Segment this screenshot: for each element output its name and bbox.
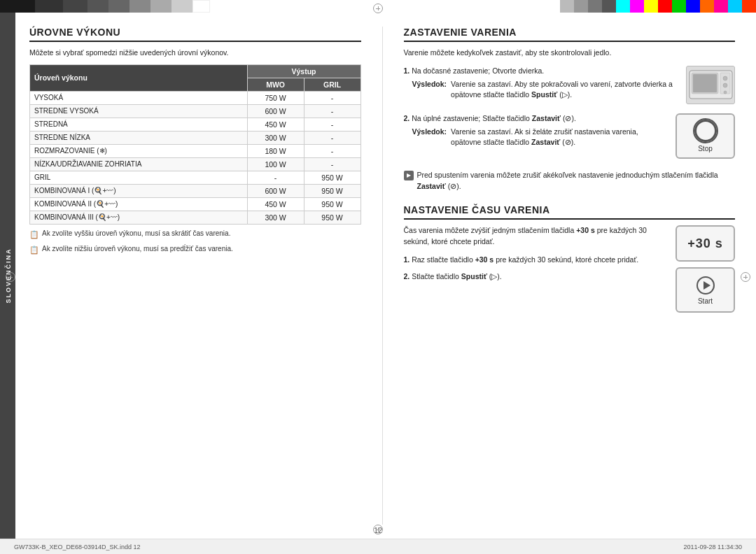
zastavenie-item2: Stop 2. Na úplné zastavenie; Stlačte tla…: [404, 113, 736, 164]
start-label: Start: [698, 297, 713, 305]
table-cell-level: STREDNÁ: [30, 118, 248, 131]
table-cell-level: STREDNE VYSOKÁ: [30, 104, 248, 118]
table-cell-mwo: 750 W: [247, 91, 304, 104]
result-label-2: Výsledok:: [412, 127, 447, 149]
column-divider: [382, 27, 383, 525]
bullet-note-text: Pred spustením varenia môžete zrušiť aké…: [417, 170, 736, 192]
table-cell-level: NÍZKA/UDRŽIAVANIE ZOHRIATIA: [30, 157, 248, 171]
table-cell-level: KOMBINOVANÁ I (🍳+〰): [30, 184, 248, 197]
result-text-1: Varenie sa zastaví. Aby ste pokračovali …: [451, 79, 679, 101]
table-cell-gril: 950 W: [304, 211, 360, 224]
nastavenie-content: +30 s Start Čas varenia môžete zvýšiť je…: [404, 225, 736, 313]
svg-rect-6: [693, 74, 717, 92]
table-row: NÍZKA/UDRŽIAVANIE ZOHRIATIA 100 W -: [30, 157, 361, 171]
table-cell-gril: 950 W: [304, 184, 360, 197]
footer-left: GW733K-B_XEO_DE68-03914D_SK.indd 12: [14, 544, 141, 551]
table-header-output: Výstup: [247, 64, 360, 78]
zastavenie-item1-content: 1. Na dočasné zastavenie; Otvorte dvierk…: [404, 66, 736, 101]
table-cell-gril: 950 W: [304, 197, 360, 211]
table-cell-gril: 950 W: [304, 171, 360, 184]
table-cell-gril: -: [304, 157, 360, 171]
table-header-gril: GRIL: [304, 78, 360, 91]
table-row: STREDNE NÍZKA 300 W -: [30, 131, 361, 144]
power-table-body: VYSOKÁ 750 W - STREDNE VYSOKÁ 600 W - ST…: [30, 91, 361, 224]
note-1: 📋 Ak zvolíte vyššiu úroveň výkonu, musí …: [29, 229, 361, 240]
table-cell-mwo: -: [247, 171, 304, 184]
reg-mark-left: [6, 272, 15, 282]
table-cell-mwo: 300 W: [247, 131, 304, 144]
table-cell-level: VYSOKÁ: [30, 91, 248, 104]
color-bar-top: [0, 0, 756, 13]
start-button-box: Start: [676, 267, 735, 313]
table-row: KOMBINOVANÁ II (🍳+〰) 450 W 950 W: [30, 197, 361, 211]
section-zastavenie-title: ZASTAVENIE VARENIA: [404, 27, 736, 42]
svg-point-3: [723, 76, 727, 80]
stop-circle-icon: [694, 120, 717, 142]
table-cell-level: STREDNE NÍZKA: [30, 131, 248, 144]
section-nastavenie-title: NASTAVENIE ČASU VARENIA: [404, 204, 736, 220]
zastavenie-item2-result: Výsledok: Varenie sa zastaví. Ak si želá…: [412, 127, 668, 149]
result-text-2: Varenie sa zastaví. Ak si želáte zrušiť …: [451, 127, 667, 149]
stop-label: Stop: [698, 145, 713, 152]
table-cell-level: ROZMRAZOVANIE (❄): [30, 144, 248, 157]
table-cell-mwo: 180 W: [247, 144, 304, 157]
bullet-icon: ▶: [404, 171, 414, 180]
table-cell-gril: -: [304, 131, 360, 144]
svg-point-5: [724, 91, 727, 94]
bullet-note-zastavenie: ▶ Pred spustením varenia môžete zrušiť a…: [404, 170, 736, 192]
right-buttons: +30 s Start: [676, 225, 735, 313]
section-zastavenie-intro: Varenie môžete kedykoľvek zastaviť, aby …: [404, 48, 736, 59]
table-cell-gril: -: [304, 91, 360, 104]
table-cell-mwo: 450 W: [247, 118, 304, 131]
table-cell-mwo: 450 W: [247, 197, 304, 211]
table-row: ROZMRAZOVANIE (❄) 180 W -: [30, 144, 361, 157]
table-cell-mwo: 600 W: [247, 184, 304, 197]
table-cell-level: GRIL: [30, 171, 248, 184]
note-2: 📋 Ak zvolíte nižšiu úroveň výkonu, musí …: [29, 244, 361, 255]
svg-marker-8: [704, 281, 710, 290]
start-icon: [695, 275, 716, 296]
footer-right: 2011-09-28 11:34:30: [683, 544, 742, 551]
left-section-title: ÚROVNE VÝKONU: [29, 27, 361, 42]
table-header-level: Úroveň výkonu: [30, 64, 248, 91]
table-row: KOMBINOVANÁ III (🍳+〰) 300 W 950 W: [30, 211, 361, 224]
table-cell-mwo: 100 W: [247, 157, 304, 171]
power-table: Úroveň výkonu Výstup MWO GRIL VYSOKÁ 750…: [29, 64, 361, 225]
section-zastavenie: ZASTAVENIE VARENIA Varenie môžete kedyko…: [404, 27, 736, 192]
result-label-1: Výsledok:: [412, 79, 447, 101]
footer: GW733K-B_XEO_DE68-03914D_SK.indd 12 2011…: [0, 539, 756, 554]
table-cell-gril: -: [304, 118, 360, 131]
reg-mark-right: [741, 272, 750, 282]
zastavenie-item1-text: 1. Na dočasné zastavenie; Otvorte dvierk…: [404, 66, 736, 77]
left-intro: Môžete si vybrať spomedzi nižšie uvedený…: [29, 48, 361, 59]
stop-outer-ring: [693, 118, 718, 143]
stop-button-box: Stop: [676, 113, 735, 159]
table-header-mwo: MWO: [247, 78, 304, 91]
note-icon-2: 📋: [29, 245, 39, 255]
table-cell-level: KOMBINOVANÁ III (🍳+〰): [30, 211, 248, 224]
left-column: ÚROVNE VÝKONU Môžete si vybrať spomedzi …: [29, 27, 361, 525]
note-icon-1: 📋: [29, 229, 39, 240]
table-cell-level: KOMBINOVANÁ II (🍳+〰): [30, 197, 248, 211]
right-column: ZASTAVENIE VARENIA Varenie môžete kedyko…: [404, 27, 736, 525]
table-row: STREDNÁ 450 W -: [30, 118, 361, 131]
main-content: ÚROVNE VÝKONU Môžete si vybrať spomedzi …: [15, 13, 756, 539]
table-cell-mwo: 600 W: [247, 104, 304, 118]
table-row: KOMBINOVANÁ I (🍳+〰) 600 W 950 W: [30, 184, 361, 197]
table-cell-mwo: 300 W: [247, 211, 304, 224]
reg-mark-bottom: [373, 525, 383, 534]
table-row: STREDNE VYSOKÁ 600 W -: [30, 104, 361, 118]
zastavenie-item1: 1. Na dočasné zastavenie; Otvorte dvierk…: [404, 66, 736, 108]
table-cell-gril: -: [304, 104, 360, 118]
svg-point-4: [723, 83, 727, 87]
table-row: GRIL - 950 W: [30, 171, 361, 184]
table-row: VYSOKÁ 750 W -: [30, 91, 361, 104]
table-cell-gril: -: [304, 144, 360, 157]
zastavenie-item1-result: Výsledok: Varenie sa zastaví. Aby ste po…: [412, 79, 680, 101]
plus30-box: +30 s: [676, 225, 735, 262]
reg-mark-top: [373, 3, 383, 13]
microwave-image: [686, 66, 735, 104]
section-nastavenie: NASTAVENIE ČASU VARENIA +30 s Start: [404, 204, 736, 313]
